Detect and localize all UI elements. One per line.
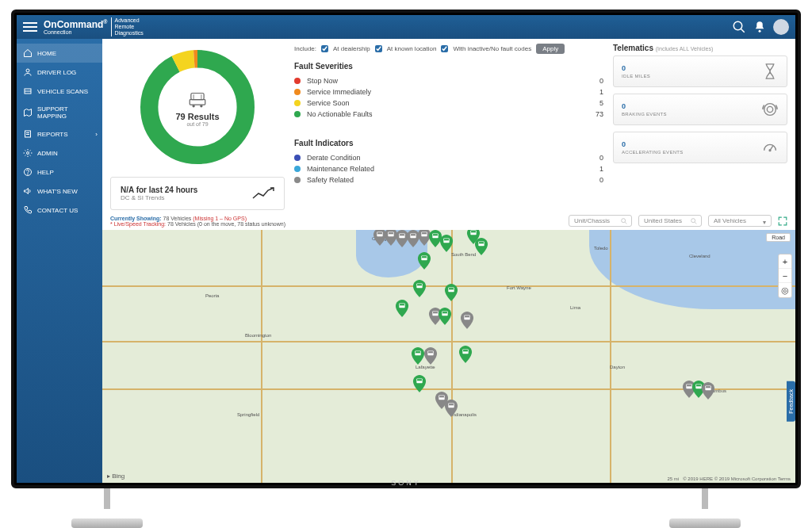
vehicle-pin[interactable] <box>460 312 474 329</box>
vehicle-pin[interactable] <box>474 238 488 255</box>
vehicle-pin[interactable] <box>439 235 454 252</box>
svg-rect-64 <box>463 350 468 351</box>
vehicle-pin[interactable] <box>423 347 438 365</box>
vehicle-pin[interactable] <box>458 346 473 363</box>
telematics-card-braking-events[interactable]: 0BRAKING EVENTS <box>613 94 787 125</box>
svg-line-1 <box>741 29 745 33</box>
svg-rect-44 <box>479 242 484 243</box>
gauge-icon <box>761 139 779 156</box>
svg-point-0 <box>733 21 742 30</box>
svg-rect-42 <box>471 231 476 232</box>
sidebar-item-admin[interactable]: ADMIN <box>17 143 102 163</box>
speaker-icon <box>23 186 33 196</box>
svg-rect-40 <box>444 239 449 240</box>
severity-row[interactable]: Service Immediately1 <box>294 86 603 98</box>
chk-inactive[interactable] <box>441 45 448 52</box>
telematics-title: Telematics (Includes ALL Vehicles) <box>613 44 787 52</box>
missing-gps[interactable]: (Missing 1 – No GPS) <box>193 216 247 221</box>
apply-button[interactable]: Apply <box>536 44 565 54</box>
indicator-row[interactable]: Maintenance Related1 <box>294 163 603 174</box>
map-icon <box>23 108 33 117</box>
map-type-road-button[interactable]: Road <box>766 233 791 242</box>
user-avatar[interactable] <box>773 19 789 35</box>
locate-button[interactable]: ◎ <box>779 283 791 297</box>
svg-point-2 <box>759 30 761 33</box>
city-label: Lafayette <box>416 365 435 369</box>
bing-logo: ▸ Bing <box>107 473 124 480</box>
indicator-dot-icon <box>294 155 301 161</box>
vehicle-pin[interactable] <box>444 400 458 417</box>
user-icon <box>23 67 33 77</box>
severity-dot-icon <box>294 78 301 84</box>
indicator-row[interactable]: Safety Related0 <box>294 174 603 186</box>
sidebar-item-vehicle-scans[interactable]: VEHICLE SCANS <box>17 82 102 101</box>
telematics-card-idle-miles[interactable]: 0IDLE MILES <box>613 55 787 87</box>
map-toolbar: Currently Showing: 78 Vehicles (Missing … <box>102 213 795 230</box>
severity-row[interactable]: Stop Now0 <box>294 75 603 86</box>
scan-icon <box>23 86 33 96</box>
include-label: Include: <box>294 45 316 52</box>
sidebar-item-support-mapping[interactable]: SUPPORT MAPPING <box>17 101 102 124</box>
svg-rect-46 <box>422 256 427 258</box>
city-label: Lima <box>570 305 580 310</box>
zoom-out-button[interactable]: − <box>779 269 791 283</box>
vehicle-pin[interactable] <box>412 280 427 297</box>
country-search[interactable]: United States <box>638 215 702 227</box>
severities-title: Fault Severities <box>294 62 603 71</box>
city-label: Toledo <box>594 246 608 251</box>
vehicle-pin[interactable] <box>412 375 427 392</box>
chk-dealership[interactable] <box>321 45 328 52</box>
indicator-row[interactable]: Derate Condition0 <box>294 152 603 163</box>
telematics-card-accelerating-events[interactable]: 0ACCELERATING EVENTS <box>613 132 787 163</box>
svg-rect-62 <box>428 351 433 353</box>
svg-rect-36 <box>422 232 427 234</box>
svg-point-15 <box>193 105 195 107</box>
include-filter-row: Include: At dealership At known location… <box>294 44 603 54</box>
brake-icon <box>761 101 779 118</box>
svg-point-19 <box>764 104 776 116</box>
tv-stand <box>669 488 741 528</box>
city-label: South Bend <box>451 252 476 257</box>
svg-rect-76 <box>706 386 710 388</box>
severity-row[interactable]: Service Soon5 <box>294 98 603 109</box>
vehicle-pin[interactable] <box>701 382 715 400</box>
fleet-map[interactable]: Road + − ◎ Feedback ▸ Bing 25 mi © 2019 … <box>102 230 795 483</box>
sidebar-item-driver-log[interactable]: DRIVER LOG <box>17 63 102 82</box>
sidebar-item-reports[interactable]: REPORTS› <box>17 124 102 143</box>
severity-dot-icon <box>294 111 301 117</box>
bell-icon[interactable] <box>753 20 767 34</box>
sidebar-item-home[interactable]: HOME <box>17 44 102 63</box>
svg-rect-60 <box>416 351 420 353</box>
svg-point-16 <box>200 105 202 107</box>
feedback-tab[interactable]: Feedback <box>787 381 795 422</box>
expand-map-icon[interactable] <box>778 216 787 226</box>
trends-card[interactable]: N/A for last 24 hours DC & SI Trends <box>110 177 285 210</box>
unit-chassis-search[interactable]: Unit/Chassis <box>569 215 632 227</box>
hamburger-menu-icon[interactable] <box>23 20 37 34</box>
city-label: Cleveland <box>689 254 710 258</box>
svg-rect-30 <box>389 232 393 234</box>
vehicle-pin[interactable] <box>395 300 409 317</box>
sidebar-item-what-s-new[interactable]: WHAT'S NEW <box>17 182 102 201</box>
svg-rect-38 <box>433 234 438 235</box>
trend-spark-icon <box>252 187 274 200</box>
svg-rect-68 <box>439 396 444 397</box>
city-label: Springfield <box>237 412 259 417</box>
severity-row[interactable]: No Actionable Faults73 <box>294 109 603 120</box>
chk-known-location[interactable] <box>375 45 382 52</box>
help-icon <box>23 167 33 177</box>
map-credits: 25 mi © 2019 HERE © 2019 Microsoft Corpo… <box>668 476 791 481</box>
vehicle-filter-select[interactable]: All Vehicles ▾ <box>708 215 772 227</box>
svg-point-9 <box>27 152 29 155</box>
vehicle-pin[interactable] <box>438 308 452 325</box>
lake-erie <box>589 230 795 309</box>
svg-rect-58 <box>465 316 469 317</box>
zoom-in-button[interactable]: + <box>779 254 791 269</box>
vehicle-pin[interactable] <box>417 252 431 270</box>
svg-point-11 <box>28 174 29 174</box>
svg-line-26 <box>695 222 696 224</box>
search-icon[interactable] <box>732 20 746 34</box>
vehicle-pin[interactable] <box>444 284 458 301</box>
sidebar-item-help[interactable]: HELP <box>17 163 102 182</box>
sidebar-item-contact-us[interactable]: CONTACT US <box>17 201 102 220</box>
